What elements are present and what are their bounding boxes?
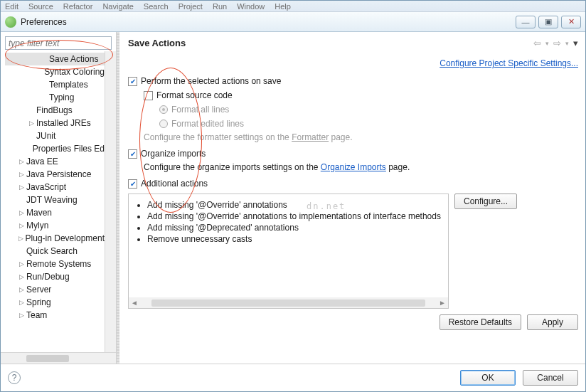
help-icon[interactable]: ?	[8, 371, 21, 384]
tree-item-label: JUnit	[36, 131, 55, 141]
formatter-note: Configure the formatter settings on the …	[144, 132, 578, 142]
tree-item[interactable]: Templates	[5, 78, 105, 91]
minimize-button[interactable]: —	[516, 16, 536, 28]
window-title: Preferences	[21, 17, 67, 27]
additional-actions-list: Add missing '@Override' annotationsAdd m…	[128, 194, 449, 298]
expander-closed-icon[interactable]: ▷	[18, 273, 25, 280]
expander-closed-icon[interactable]: ▷	[18, 260, 25, 267]
page-title: Save Actions	[128, 38, 186, 48]
tree-item[interactable]: Save Actions	[5, 53, 105, 65]
tree-item-label: Spring	[26, 297, 51, 307]
list-item: Add missing '@Override' annotations	[147, 200, 441, 210]
titlebar: Preferences — ▣ ✕	[1, 12, 585, 32]
format-source-label: Format source code	[156, 90, 233, 100]
tree-item[interactable]: ▷Run/Debug	[5, 270, 105, 283]
tree-item[interactable]: ▷Maven	[5, 206, 105, 219]
app-icon	[5, 16, 16, 28]
restore-defaults-button[interactable]: Restore Defaults	[440, 314, 521, 330]
tree-item[interactable]: ▷Plug-in Development	[5, 232, 105, 245]
tree-item-label: Team	[26, 310, 47, 320]
tree-item[interactable]: JDT Weaving	[5, 194, 105, 206]
organize-imports-checkbox[interactable]	[128, 149, 137, 159]
tree-item[interactable]: ▷Installed JREs	[5, 117, 105, 129]
formatter-link: Formatter	[292, 132, 329, 142]
tree-item[interactable]: ▷Spring	[5, 296, 105, 309]
sidebar: Save ActionsSyntax ColoringTemplatesTypi…	[1, 32, 117, 364]
tree-item[interactable]: ▷JavaScript	[5, 181, 105, 194]
maximize-button[interactable]: ▣	[538, 16, 558, 28]
tree-item[interactable]: JUnit	[5, 129, 105, 142]
tree-item-label: Run/Debug	[26, 272, 70, 282]
format-source-checkbox[interactable]	[144, 91, 153, 100]
expander-closed-icon[interactable]: ▷	[18, 209, 25, 216]
configure-button[interactable]: Configure...	[454, 194, 517, 209]
ok-button[interactable]: OK	[460, 370, 516, 386]
menu-source[interactable]: Source	[28, 2, 53, 11]
tree-item[interactable]: ▷Java Persistence	[5, 168, 105, 181]
organize-imports-label: Organize imports	[141, 149, 206, 159]
tree-item-label: Templates	[49, 80, 88, 90]
expander-closed-icon[interactable]: ▷	[18, 171, 25, 178]
apply-button[interactable]: Apply	[527, 314, 578, 330]
tree-item-label: JavaScript	[26, 182, 66, 192]
expander-closed-icon[interactable]: ▷	[18, 286, 25, 293]
menu-help[interactable]: Help	[275, 2, 291, 11]
tree-item-label: Typing	[49, 92, 74, 102]
tree-item-label: Java EE	[26, 157, 58, 166]
menu-run[interactable]: Run	[213, 2, 227, 11]
expander-closed-icon[interactable]: ▷	[18, 235, 24, 242]
menu-project[interactable]: Project	[179, 2, 203, 11]
tree-item-label: Mylyn	[26, 221, 48, 231]
tree-item-label: Maven	[26, 208, 52, 218]
tree-item-label: FindBugs	[36, 105, 73, 115]
filter-input[interactable]	[5, 36, 112, 50]
close-button[interactable]: ✕	[561, 16, 581, 28]
cancel-button[interactable]: Cancel	[523, 370, 578, 386]
tree-item[interactable]: Properties Files Ed	[5, 142, 105, 155]
tree-item[interactable]: Typing	[5, 91, 105, 104]
format-all-radio	[159, 105, 168, 114]
configure-project-settings-link[interactable]: Configure Project Specific Settings...	[440, 58, 578, 68]
nav-forward-icon[interactable]: ⇨	[553, 38, 561, 48]
expander-closed-icon[interactable]: ▷	[28, 120, 35, 127]
nav-menu-icon[interactable]: ▾	[573, 38, 578, 48]
list-item: Add missing '@Override' annotations to i…	[147, 211, 441, 221]
tree-item-label: Quick Search	[26, 246, 78, 256]
expander-closed-icon[interactable]: ▷	[18, 158, 25, 165]
tree-item[interactable]: ▷Team	[5, 309, 105, 322]
additional-actions-checkbox[interactable]	[128, 179, 137, 189]
format-edited-radio	[159, 120, 168, 128]
format-edited-label: Format edited lines	[171, 119, 244, 129]
tree-item-label: Plug-in Development	[26, 233, 105, 243]
format-all-label: Format all lines	[171, 105, 229, 115]
tree-item[interactable]: ▷Java EE	[5, 155, 105, 168]
menubar[interactable]: Edit Source Refactor Navigate Search Pro…	[1, 1, 585, 12]
list-item: Add missing '@Deprecated' annotations	[147, 223, 441, 233]
expander-closed-icon[interactable]: ▷	[18, 184, 25, 191]
expander-closed-icon[interactable]: ▷	[18, 299, 25, 306]
expander-closed-icon[interactable]: ▷	[18, 312, 25, 319]
perform-actions-checkbox[interactable]	[128, 77, 137, 86]
nav-back-icon[interactable]: ⇦	[533, 38, 541, 48]
expander-closed-icon[interactable]: ▷	[18, 222, 25, 229]
tree-item[interactable]: ▷Mylyn	[5, 219, 105, 232]
tree-item[interactable]: Quick Search	[5, 245, 105, 258]
sidebar-hscrollbar[interactable]	[1, 352, 116, 364]
preferences-tree[interactable]: Save ActionsSyntax ColoringTemplatesTypi…	[1, 51, 105, 352]
tree-item[interactable]: ▷Server	[5, 283, 105, 296]
organize-note: Configure the organize imports settings …	[144, 162, 578, 172]
tree-item[interactable]: FindBugs	[5, 104, 105, 117]
perform-actions-label: Perform the selected actions on save	[141, 76, 281, 86]
menu-navigate[interactable]: Navigate	[102, 2, 133, 11]
menu-search[interactable]: Search	[144, 2, 169, 11]
additional-actions-label: Additional actions	[141, 179, 208, 189]
tree-item-label: JDT Weaving	[26, 195, 78, 205]
actions-hscrollbar[interactable]: ◄►	[128, 297, 449, 309]
organize-imports-link[interactable]: Organize Imports	[321, 162, 386, 172]
menu-window[interactable]: Window	[237, 2, 265, 11]
menu-edit[interactable]: Edit	[5, 2, 18, 11]
sidebar-vscrollbar[interactable]	[105, 51, 116, 352]
tree-item[interactable]: ▷Remote Systems	[5, 258, 105, 270]
tree-item[interactable]: Syntax Coloring	[5, 65, 105, 78]
menu-refactor[interactable]: Refactor	[63, 2, 93, 11]
